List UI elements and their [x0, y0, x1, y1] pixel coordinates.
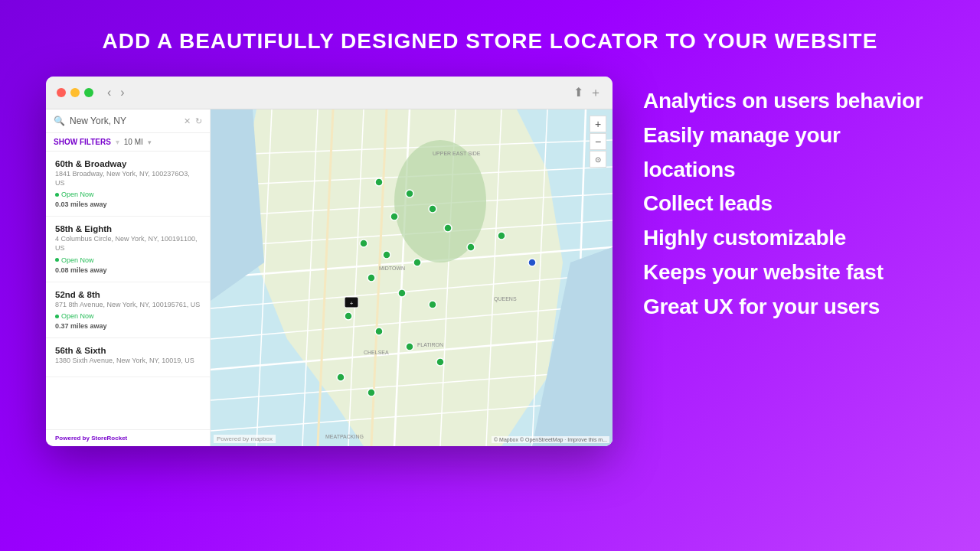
location-name: 58th & Eighth [55, 224, 201, 233]
map-svg: + UPPER EAST SIDE MIDTOWN CHELSEA FLATIR… [211, 109, 612, 446]
features-list: Analytics on users behaviorEasily manage… [643, 77, 934, 324]
svg-point-39 [436, 358, 444, 366]
location-distance: 0.37 miles away [55, 322, 201, 330]
svg-text:MIDTOWN: MIDTOWN [379, 266, 405, 271]
svg-point-40 [337, 373, 345, 381]
location-item[interactable]: 60th & Broadway 1841 Broadway, New York,… [46, 152, 210, 217]
search-bar: 🔍 New York, NY ✕ ↻ [46, 109, 210, 133]
browser-window: ‹ › ⬆ ＋ 🔍 New York, NY ✕ ↻ SHOW FILTERS [46, 77, 612, 446]
powered-by-brand: StoreRocket [91, 435, 127, 442]
traffic-lights [57, 88, 93, 97]
filter-bar: SHOW FILTERS ▾ 10 MI ▾ [46, 133, 210, 152]
svg-text:QUEENS: QUEENS [494, 296, 517, 302]
svg-point-33 [368, 274, 375, 282]
location-address: 1841 Broadway, New York, NY, 1002376O3, … [55, 170, 201, 187]
share-icon[interactable]: ⬆ [573, 85, 583, 101]
map-area: + UPPER EAST SIDE MIDTOWN CHELSEA FLATIR… [211, 109, 612, 446]
svg-point-37 [375, 328, 383, 335]
svg-point-26 [406, 190, 413, 197]
toolbar-icons: ⬆ ＋ [573, 85, 602, 101]
nav-forward-button[interactable]: › [117, 84, 127, 101]
svg-point-43 [498, 232, 505, 240]
svg-point-27 [390, 213, 398, 220]
map-zoom-in-button[interactable]: + [590, 116, 606, 132]
location-distance: 0.03 miles away [55, 201, 201, 208]
svg-text:+: + [350, 300, 354, 307]
svg-point-36 [345, 312, 352, 320]
location-item[interactable]: 56th & Sixth 1380 Sixth Avenue, New York… [46, 338, 210, 377]
location-address: 4 Columbus Circle, New York, NY, 1001911… [55, 235, 201, 253]
svg-point-44 [528, 259, 536, 266]
map-compass-button[interactable]: ⊙ [590, 151, 606, 168]
location-list: 60th & Broadway 1841 Broadway, New York,… [46, 152, 210, 429]
search-clear-icon[interactable]: ✕ [184, 116, 191, 126]
svg-point-38 [406, 343, 413, 350]
browser-toolbar: ‹ › ⬆ ＋ [46, 77, 612, 109]
svg-point-41 [368, 389, 375, 396]
feature-item-4: Keeps your website fast [643, 256, 934, 290]
new-tab-icon[interactable]: ＋ [590, 85, 602, 101]
page-title: ADD A BEAUTIFULLY DESIGNED STORE LOCATOR… [103, 29, 878, 54]
feature-item-5: Great UX for your users [643, 290, 934, 324]
location-name: 60th & Broadway [55, 159, 201, 168]
svg-text:CHELSEA: CHELSEA [364, 350, 389, 355]
powered-by-prefix: Powered by [55, 435, 91, 442]
svg-point-34 [398, 289, 406, 297]
traffic-light-green[interactable] [84, 88, 93, 97]
search-value: New York, NY [70, 116, 179, 126]
search-refresh-icon[interactable]: ↻ [195, 116, 202, 126]
svg-point-31 [383, 251, 390, 259]
filter-distance-chevron[interactable]: ▾ [148, 139, 152, 146]
open-now-badge: Open Now [55, 191, 201, 198]
svg-point-29 [444, 224, 452, 232]
feature-item-3: Highly customizable [643, 221, 934, 256]
powered-by: Powered by StoreRocket [46, 429, 210, 446]
location-name: 52nd & 8th [55, 290, 201, 299]
map-attribution: © Mapbox © OpenStreetMap · Improve this … [492, 436, 609, 443]
filter-divider: ▾ [116, 138, 119, 146]
mapbox-logo: Powered by mapbox [214, 435, 276, 443]
svg-point-42 [467, 243, 475, 251]
location-address: 871 8th Avenue, New York, NY, 100195761,… [55, 301, 201, 310]
feature-item-2: Collect leads [643, 187, 934, 221]
nav-back-button[interactable]: ‹ [104, 84, 114, 101]
svg-point-35 [429, 301, 436, 308]
nav-buttons: ‹ › [104, 84, 128, 101]
location-name: 56th & Sixth [55, 346, 201, 355]
content-row: ‹ › ⬆ ＋ 🔍 New York, NY ✕ ↻ SHOW FILTERS [0, 77, 980, 446]
svg-point-28 [429, 205, 436, 213]
traffic-light-yellow[interactable] [70, 88, 80, 97]
filter-distance: 10 MI [124, 138, 143, 146]
browser-body: 🔍 New York, NY ✕ ↻ SHOW FILTERS ▾ 10 MI … [46, 109, 612, 446]
svg-text:MEATPACKING: MEATPACKING [325, 434, 364, 439]
feature-item-1: Easily manage your locations [643, 119, 934, 187]
svg-point-32 [413, 259, 421, 266]
show-filters-button[interactable]: SHOW FILTERS [54, 138, 111, 146]
store-locator-sidebar: 🔍 New York, NY ✕ ↻ SHOW FILTERS ▾ 10 MI … [46, 109, 211, 446]
feature-item-0: Analytics on users behavior [643, 84, 934, 119]
svg-point-25 [375, 178, 383, 186]
location-address: 1380 Sixth Avenue, New York, NY, 10019, … [55, 357, 201, 366]
open-now-badge: Open Now [55, 312, 201, 320]
search-icon: 🔍 [54, 116, 65, 126]
location-item[interactable]: 52nd & 8th 871 8th Avenue, New York, NY,… [46, 282, 210, 339]
traffic-light-red[interactable] [57, 88, 66, 97]
open-now-badge: Open Now [55, 256, 201, 264]
map-zoom-out-button[interactable]: − [590, 133, 606, 150]
location-distance: 0.08 miles away [55, 266, 201, 274]
svg-text:FLATIRON: FLATIRON [417, 342, 443, 347]
map-controls: + − ⊙ [590, 116, 606, 168]
svg-point-30 [360, 240, 368, 247]
location-item[interactable]: 58th & Eighth 4 Columbus Circle, New Yor… [46, 217, 210, 282]
svg-text:UPPER EAST SIDE: UPPER EAST SIDE [433, 151, 481, 156]
